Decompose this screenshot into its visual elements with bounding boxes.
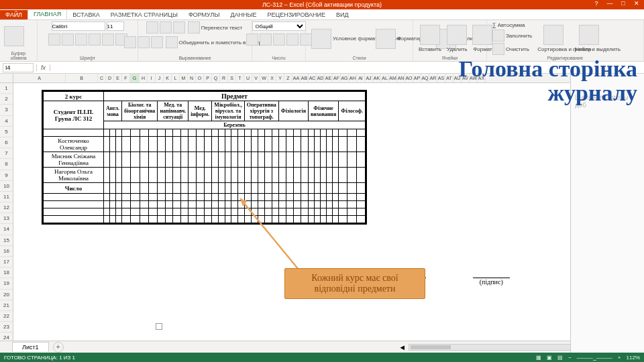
col-header[interactable]: O	[196, 74, 204, 82]
row-header[interactable]: 19	[0, 278, 13, 289]
align-middle-icon[interactable]	[160, 21, 172, 34]
row-header[interactable]: 10	[0, 181, 13, 192]
minimize-icon[interactable]: —	[605, 0, 614, 7]
scroll-thumb[interactable]	[411, 345, 451, 349]
col-header[interactable]: AS	[437, 74, 445, 82]
grid[interactable]: ABCDEFGHIJKLMNOPQRSTUVWXYZAAABACADAEAFAG…	[13, 74, 644, 353]
selection-handle[interactable]	[156, 323, 162, 330]
col-header[interactable]: I	[148, 74, 156, 82]
view-page-icon[interactable]: ▣	[547, 355, 552, 361]
col-header[interactable]: AE	[325, 74, 333, 82]
col-header[interactable]: X	[268, 74, 276, 82]
row-header[interactable]: 15	[0, 235, 13, 246]
col-header[interactable]: C	[98, 74, 106, 82]
underline-icon[interactable]	[75, 34, 87, 46]
align-top-icon[interactable]	[146, 21, 158, 34]
col-header[interactable]: AD	[317, 74, 325, 82]
number-format-select[interactable]: Общий	[252, 21, 306, 31]
col-header[interactable]: D	[106, 74, 114, 82]
col-header[interactable]: W	[260, 74, 268, 82]
row-header[interactable]: 9	[0, 170, 13, 181]
row-header[interactable]: 5	[0, 127, 13, 137]
col-header[interactable]: AQ	[421, 74, 429, 82]
col-header[interactable]: G	[130, 74, 140, 82]
col-header[interactable]: AH	[349, 74, 357, 82]
conditional-format-button[interactable]: Условное форматирование	[310, 29, 372, 49]
cells[interactable]: 2 курсПредметСтудент П.І.П. Група ЛС 312…	[13, 83, 644, 353]
zoom-in-button[interactable]: +	[618, 355, 621, 361]
col-header[interactable]: AT	[445, 74, 453, 82]
col-header[interactable]: AR	[429, 74, 437, 82]
row-header[interactable]: 20	[0, 290, 13, 300]
paste-icon[interactable]	[4, 26, 24, 46]
find-select-button[interactable]: Найти и выделить	[574, 25, 604, 52]
col-header[interactable]: AO	[405, 74, 413, 82]
bold-icon[interactable]	[48, 34, 60, 46]
col-header[interactable]: AN	[397, 74, 405, 82]
col-header[interactable]: N	[188, 74, 196, 82]
col-header[interactable]: AF	[333, 74, 341, 82]
help-icon[interactable]: ?	[592, 0, 601, 7]
row-header[interactable]: 21	[0, 300, 13, 311]
col-header[interactable]: AG	[341, 74, 349, 82]
fill-color-icon[interactable]	[102, 34, 114, 46]
view-normal-icon[interactable]: ▦	[536, 355, 541, 361]
col-header[interactable]: V	[252, 74, 260, 82]
col-header[interactable]: A	[13, 74, 66, 82]
font-name-input[interactable]	[52, 21, 105, 31]
align-right-icon[interactable]	[151, 36, 163, 48]
col-header[interactable]: AJ	[365, 74, 373, 82]
delete-cells-button[interactable]: Удалить	[445, 25, 469, 52]
currency-icon[interactable]	[246, 34, 258, 46]
row-header[interactable]: 6	[0, 137, 13, 148]
sort-filter-button[interactable]: Сортировка и фильтр	[536, 25, 571, 52]
row-header[interactable]: 3	[0, 105, 13, 115]
col-header[interactable]: AC	[309, 74, 317, 82]
wrap-text-button[interactable]: Перенести текст	[186, 21, 244, 34]
row-header[interactable]: 4	[0, 116, 13, 127]
col-header[interactable]: Q	[212, 74, 220, 82]
col-header[interactable]: AM	[389, 74, 397, 82]
font-size-input[interactable]	[107, 21, 124, 31]
select-all-corner[interactable]	[0, 74, 13, 83]
comma-icon[interactable]	[273, 34, 285, 46]
col-header[interactable]: Y	[276, 74, 284, 82]
col-header[interactable]: F	[122, 74, 130, 82]
tab-file[interactable]: ФАЙЛ	[0, 10, 28, 19]
row-header[interactable]: 14	[0, 224, 13, 235]
italic-icon[interactable]	[62, 34, 74, 46]
row-header[interactable]: 18	[0, 267, 13, 278]
inc-decimal-icon[interactable]	[286, 34, 299, 46]
col-header[interactable]: E	[114, 74, 122, 82]
scroll-left-icon[interactable]: ◄	[398, 343, 406, 351]
col-header[interactable]: T	[236, 74, 244, 82]
col-header[interactable]: Z	[284, 74, 292, 82]
col-header[interactable]: L	[172, 74, 180, 82]
col-header[interactable]: AL	[381, 74, 389, 82]
tab-data[interactable]: ДАННЫЕ	[225, 10, 262, 19]
border-icon[interactable]	[89, 34, 101, 46]
view-break-icon[interactable]: ▤	[557, 355, 563, 361]
insert-cells-button[interactable]: Вставить	[417, 25, 443, 52]
row-header[interactable]: 16	[0, 246, 13, 257]
autosum-button[interactable]: ∑Автосумма	[491, 22, 533, 28]
col-header[interactable]: AB	[301, 74, 309, 82]
zoom-level[interactable]: 112%	[627, 355, 640, 361]
row-header[interactable]: 1	[0, 83, 13, 94]
fx-icon[interactable]: fx	[36, 64, 50, 71]
col-header[interactable]: S	[228, 74, 236, 82]
row-header[interactable]: 7	[0, 148, 13, 159]
tab-view[interactable]: ВИД	[331, 10, 354, 19]
maximize-icon[interactable]: □	[619, 0, 628, 7]
row-header[interactable]: 2	[0, 94, 13, 105]
row-header[interactable]: 17	[0, 257, 13, 267]
tab-home[interactable]: ГЛАВНАЯ	[28, 9, 67, 19]
zoom-slider[interactable]: ———⎯———	[577, 355, 612, 361]
zoom-out-button[interactable]: −	[568, 355, 572, 361]
col-header[interactable]: J	[156, 74, 164, 82]
col-header[interactable]: M	[180, 74, 188, 82]
col-header[interactable]: AA	[292, 74, 301, 82]
close-icon[interactable]: ✕	[632, 0, 641, 7]
row-header[interactable]: 11	[0, 192, 13, 202]
sheet-tab[interactable]: Лист1	[12, 342, 49, 352]
